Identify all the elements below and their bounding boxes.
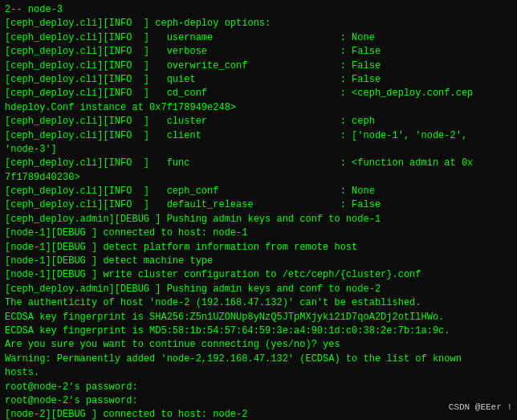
terminal-line: [node-1][DEBUG ] write cluster configura… [5,268,512,282]
terminal-line: [ceph_deploy.cli][INFO ] func : <functio… [5,157,512,170]
terminal-line: Warning: Permanently added 'node-2,192.1… [5,353,512,366]
terminal-line: 2-- node-3 [5,3,512,17]
terminal-line: root@node-2's password: [5,394,512,408]
watermark: CSDN @EEer ! [449,402,512,412]
terminal-line: hdeploy.Conf instance at 0x7f178949e248> [5,101,512,115]
terminal-line: hosts. [5,366,512,380]
terminal-line: 7f1789d40230> [5,171,512,185]
terminal-line: [node-2][DEBUG ] connected to host: node… [5,408,512,420]
terminal-line: [ceph_deploy.cli][INFO ] cd_conf : <ceph… [5,87,512,100]
terminal-output: 2-- node-3[ceph_deploy.cli][INFO ] ceph-… [5,3,512,420]
terminal-line: [ceph_deploy.cli][INFO ] ceph_conf : Non… [5,185,512,198]
terminal-line: [ceph_deploy.cli][INFO ] ceph-deploy opt… [5,17,512,31]
terminal-line: Are you sure you want to continue connec… [5,338,512,352]
terminal-line: [ceph_deploy.cli][INFO ] client : ['node… [5,129,512,143]
terminal-line: [ceph_deploy.cli][INFO ] username : None [5,31,512,45]
terminal-window: 2-- node-3[ceph_deploy.cli][INFO ] ceph-… [0,0,517,420]
terminal-line: [ceph_deploy.cli][INFO ] overwrite_conf … [5,59,512,73]
terminal-line: [node-1][DEBUG ] connected to host: node… [5,226,512,240]
terminal-line: [ceph_deploy.cli][INFO ] quiet : False [5,73,512,87]
terminal-line: 'node-3'] [5,143,512,157]
terminal-line: [ceph_deploy.admin][DEBUG ] Pushing admi… [5,213,512,226]
terminal-line: The authenticity of host 'node-2 (192.16… [5,296,512,310]
terminal-line: [ceph_deploy.admin][DEBUG ] Pushing admi… [5,283,512,296]
terminal-line: root@node-2's password: [5,381,512,394]
terminal-line: ECDSA key fingerprint is SHA256:Z5n1UZON… [5,311,512,324]
terminal-line: [ceph_deploy.cli][INFO ] cluster : ceph [5,115,512,128]
terminal-line: ECDSA key fingerprint is MD5:58:1b:54:57… [5,324,512,338]
terminal-line: [node-1][DEBUG ] detect platform informa… [5,241,512,255]
terminal-line: [node-1][DEBUG ] detect machine type [5,255,512,268]
terminal-line: [ceph_deploy.cli][INFO ] default_release… [5,198,512,212]
terminal-line: [ceph_deploy.cli][INFO ] verbose : False [5,45,512,59]
